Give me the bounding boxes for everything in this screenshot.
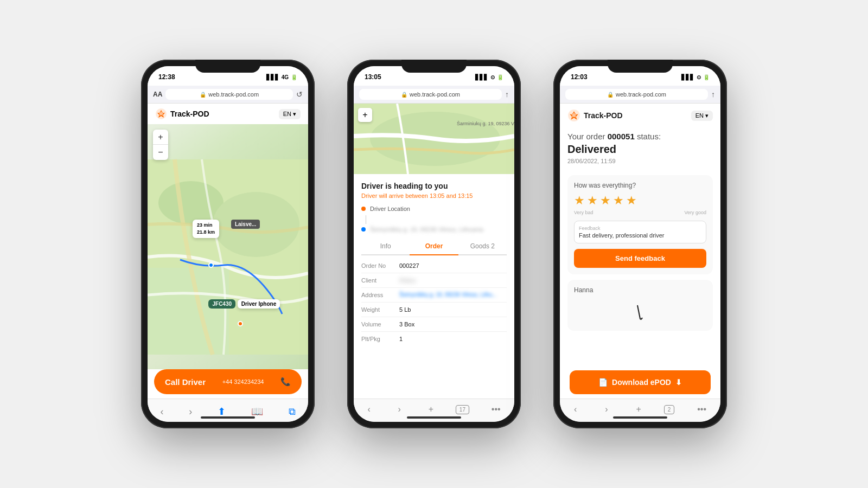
share-icon-3[interactable]: ↑ — [711, 90, 715, 99]
tab-goods[interactable]: Goods 2 — [458, 238, 507, 254]
en-dropdown-1[interactable]: EN ▾ — [279, 109, 301, 119]
phone-2: 13:05 ▋▋▋ ⊙ 🔋 🔒 web.track-pod.com ↑ — [347, 60, 521, 428]
destination-label: Šeimyniškių g. 19, 09236 Vilnius, Lithua… — [370, 226, 483, 233]
order-number: 000051 — [608, 132, 635, 141]
star-1[interactable]: ★ — [574, 194, 585, 208]
signature-svg — [624, 297, 656, 324]
share-icon-2[interactable]: ↑ — [505, 90, 509, 99]
signer-name: Hanna — [574, 286, 706, 294]
map-background: + − 23 min21.8 km Laisve... JFC430 — [148, 124, 308, 369]
trackpod-logo-1 — [155, 108, 167, 120]
forward-btn-3[interactable]: › — [599, 402, 613, 416]
signal-icon-2: ▋▋▋ — [475, 74, 488, 80]
screen-3: 12:03 ▋▋▋ ⊙ 🔋 🔒 web.track-pod.com ↑ — [560, 66, 720, 422]
browser-url-1[interactable]: 🔒 web.track-pod.com — [165, 89, 293, 100]
driver-arrival: Driver will arrive between 13:05 and 13:… — [361, 192, 507, 199]
star-4[interactable]: ★ — [613, 194, 624, 208]
brand-row-1: Track-POD — [155, 108, 209, 120]
menu-btn-2[interactable]: ••• — [486, 402, 506, 416]
refresh-icon-1[interactable]: ↺ — [296, 90, 303, 99]
tab-order[interactable]: Order — [410, 238, 458, 254]
back-button-1[interactable]: ‹ — [154, 404, 170, 420]
tab-count-btn-3[interactable]: 2 — [664, 405, 675, 414]
download-icon: ⬇ — [675, 378, 682, 387]
tabs-button-1[interactable]: ⧉ — [282, 404, 302, 420]
back-btn-3[interactable]: ‹ — [569, 402, 582, 416]
map-view[interactable]: + − 23 min21.8 km Laisve... JFC430 — [148, 124, 308, 369]
zoom-in-button[interactable]: + — [153, 130, 168, 145]
table-row: Weight 5 Lb — [361, 303, 507, 317]
notch-2 — [401, 60, 467, 73]
menu-btn-3[interactable]: ••• — [692, 402, 712, 416]
home-indicator-3 — [613, 416, 667, 419]
svg-rect-4 — [148, 268, 229, 355]
notch-1 — [195, 60, 260, 73]
star-3[interactable]: ★ — [600, 194, 611, 208]
delivered-screen: Track-POD EN ▾ Your order 000051 status:… — [560, 104, 720, 399]
browser-url-2[interactable]: 🔒 web.track-pod.com — [359, 89, 502, 100]
notch-3 — [608, 60, 673, 73]
label-very-good: Very good — [684, 210, 706, 215]
star-2[interactable]: ★ — [587, 194, 598, 208]
new-tab-btn-3[interactable]: + — [630, 402, 646, 416]
tracking-info: Driver is heading to you Driver will arr… — [354, 174, 514, 399]
map-zoom-controls[interactable]: + − — [153, 130, 168, 160]
home-indicator-1 — [201, 416, 255, 419]
download-epod-button[interactable]: 📄 Download ePOD ⬇ — [570, 370, 711, 394]
new-tab-btn-2[interactable]: + — [423, 402, 439, 416]
battery-icon-2: 🔋 — [497, 74, 503, 80]
star-5[interactable]: ★ — [626, 194, 637, 208]
map-zoom-plus-2[interactable]: + — [358, 108, 372, 122]
call-driver-button[interactable]: Call Driver +44 324234234 📞 — [154, 369, 302, 394]
feedback-question: How was everything? — [574, 182, 706, 189]
aa-label[interactable]: AA — [153, 91, 162, 98]
driver-heading: Driver is heading to you — [361, 182, 507, 190]
send-feedback-button[interactable]: Send feedback — [574, 249, 706, 268]
screen-1: 12:38 ▋▋▋ 4G 🔋 AA 🔒 web.track-pod.com ↺ — [148, 66, 308, 422]
logo-row-3: Track-POD EN ▾ — [560, 104, 720, 125]
status-icons-1: ▋▋▋ 4G 🔋 — [266, 74, 297, 80]
signature-area — [574, 297, 706, 324]
driver-location-label: Driver Location — [370, 206, 410, 212]
brand-row-3: Track-POD — [567, 109, 623, 122]
destination-dot — [238, 321, 243, 326]
feedback-section: How was everything? ★ ★ ★ ★ ★ Very bad V… — [560, 175, 720, 366]
order-date: 28/06/2022, 11:59 — [567, 158, 713, 164]
wifi-icon-3: ⊙ — [697, 74, 701, 80]
map-header: Track-POD EN ▾ — [148, 104, 308, 124]
back-btn-2[interactable]: ‹ — [362, 402, 375, 416]
table-row: Client Ridius — [361, 273, 507, 288]
battery-icon-1: 🔋 — [291, 74, 297, 80]
phone-number: +44 324234234 — [222, 378, 264, 385]
browser-url-3[interactable]: 🔒 web.track-pod.com — [565, 89, 708, 100]
feedback-input-container[interactable]: Feedback Fast delivery, professional dri… — [574, 221, 706, 243]
epod-icon: 📄 — [598, 378, 608, 387]
status-icons-2: ▋▋▋ ⊙ 🔋 — [475, 74, 503, 80]
map-content: Track-POD EN ▾ — [148, 104, 308, 369]
battery-icon-3: 🔋 — [703, 74, 710, 80]
tab-count-btn-2[interactable]: 17 — [456, 405, 469, 414]
feedback-card: How was everything? ★ ★ ★ ★ ★ Very bad V… — [567, 175, 713, 274]
order-status-title: Your order 000051 status: — [567, 132, 713, 141]
forward-button-1[interactable]: › — [182, 404, 199, 420]
tab-info[interactable]: Info — [361, 238, 410, 254]
browser-bar-3: 🔒 web.track-pod.com ↑ — [560, 86, 720, 104]
zoom-out-button[interactable]: − — [153, 145, 168, 160]
home-indicator-2 — [407, 416, 461, 419]
download-epod-label: Download ePOD — [612, 378, 671, 387]
en-dropdown-3[interactable]: EN ▾ — [691, 111, 713, 121]
destination-dot-2 — [361, 227, 366, 232]
phone-3: 12:03 ▋▋▋ ⊙ 🔋 🔒 web.track-pod.com ↑ — [553, 60, 727, 428]
time-1: 12:38 — [158, 73, 175, 81]
order-tabs: Info Order Goods 2 — [361, 238, 507, 255]
label-very-bad: Very bad — [574, 210, 593, 215]
mini-map-svg: Šarminiukų g. 19, 09236 V... — [354, 104, 514, 174]
table-row: Address Šeimyniškių g. 19, 09236 Vilnius… — [361, 288, 507, 303]
signature-card: Hanna — [567, 280, 713, 331]
download-section: 📄 Download ePOD ⬇ — [560, 366, 720, 399]
forward-btn-2[interactable]: › — [393, 402, 406, 416]
phone-1: 12:38 ▋▋▋ 4G 🔋 AA 🔒 web.track-pod.com ↺ — [141, 60, 315, 428]
browser-bar-1: AA 🔒 web.track-pod.com ↺ — [148, 86, 308, 104]
brand-name-3: Track-POD — [584, 111, 623, 120]
destination-row: Šeimyniškių g. 19, 09236 Vilnius, Lithua… — [361, 226, 507, 233]
